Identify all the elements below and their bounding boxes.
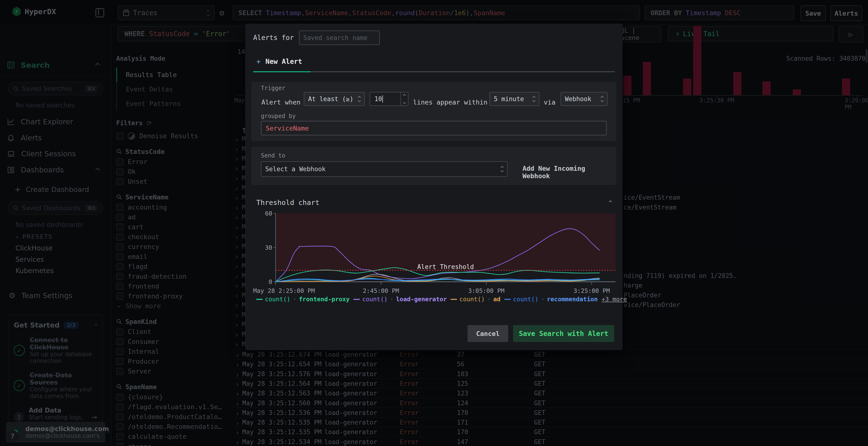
hyperdx-app: ⚡ HyperDX Traces ⚙ SELECT Timestamp,Serv… xyxy=(0,0,868,446)
x-tick-label: 3:25:00 PM xyxy=(574,287,610,294)
tab-underline-active xyxy=(253,71,311,72)
add-webhook-link[interactable]: Add New Incoming Webhook xyxy=(523,165,616,180)
name-placeholder: Saved search name xyxy=(303,34,368,41)
legend-group: load-generator xyxy=(396,296,447,303)
legend-dash-icon xyxy=(353,299,360,300)
send-to-panel: Send to Select a Webhook Add New Incomin… xyxy=(251,147,616,185)
legend-sep: · xyxy=(293,296,296,303)
legend-dash-icon xyxy=(504,299,511,300)
legend-item[interactable]: count()·load-generator xyxy=(353,296,447,303)
updown-chevron-icon xyxy=(601,96,603,102)
trigger-label: Trigger xyxy=(261,85,285,92)
saved-search-name-input[interactable]: Saved search name xyxy=(299,31,380,45)
x-tick-label: May 28 2:25:00 PM xyxy=(253,287,315,294)
legend-dash-icon xyxy=(451,299,457,300)
window-select[interactable]: 5 minute xyxy=(490,92,539,106)
legend-item[interactable]: count()·recommendation xyxy=(504,296,598,303)
alert-threshold-label: Alert Threshold xyxy=(417,263,474,270)
y-tick-label: 0 xyxy=(269,278,272,285)
threshold-op-select[interactable]: At least (≥) xyxy=(304,92,365,106)
threshold-chart-title: Threshold chart xyxy=(256,199,319,207)
x-tick-label: 3:05:00 PM xyxy=(468,287,505,294)
legend-metric: count() xyxy=(362,296,388,303)
tab-new-alert[interactable]: + New Alert xyxy=(256,57,302,66)
updown-chevron-icon xyxy=(533,96,535,102)
trigger-panel: Trigger Alert when At least (≥) 10 lines… xyxy=(251,82,616,141)
legend-more-link[interactable]: +3 more xyxy=(601,296,627,303)
updown-chevron-icon xyxy=(358,96,361,102)
via-label: via xyxy=(544,95,556,109)
lines-appear-label: lines appear within xyxy=(413,95,488,109)
dialog-title: Alerts for xyxy=(253,34,294,42)
stepper[interactable] xyxy=(401,93,408,105)
plus-icon: + xyxy=(256,57,261,66)
cancel-button[interactable]: Cancel xyxy=(467,325,508,342)
updown-chevron-icon xyxy=(501,166,503,172)
webhook-select[interactable]: Select a Webhook xyxy=(261,161,507,177)
alert-danger-zone xyxy=(276,213,616,270)
send-to-label: Send to xyxy=(261,152,285,159)
legend-sep: · xyxy=(390,296,394,303)
legend-dash-icon xyxy=(256,299,262,300)
legend-sep: · xyxy=(487,296,491,303)
legend-item[interactable]: count()·ad xyxy=(451,296,500,303)
collapse-chart-icon[interactable] xyxy=(609,200,612,204)
legend-metric: count() xyxy=(265,296,290,303)
x-tick-label: 2:45:00 PM xyxy=(363,287,399,294)
tab-label: New Alert xyxy=(266,58,302,66)
save-search-with-alert-button[interactable]: Save Search with Alert xyxy=(513,325,614,342)
y-tick-label: 60 xyxy=(265,210,272,217)
grouped-by-input[interactable]: ServiceName xyxy=(261,121,607,135)
text-cursor xyxy=(382,95,383,103)
alert-when-label: Alert when xyxy=(261,95,301,109)
grouped-by-value: ServiceName xyxy=(266,125,309,132)
legend-metric: count() xyxy=(513,296,538,303)
y-tick-label: 30 xyxy=(265,244,272,251)
threshold-value-input[interactable]: 10 xyxy=(370,92,408,106)
alert-dialog: Alerts for Saved search name + New Alert… xyxy=(245,24,623,350)
legend-group: recommendation xyxy=(547,296,598,303)
legend-metric: count() xyxy=(459,296,485,303)
grouped-by-label: grouped by xyxy=(261,113,296,119)
chart-legend: count()·frontend-proxycount()·load-gener… xyxy=(256,296,613,303)
legend-sep: · xyxy=(541,296,545,303)
legend-group: ad xyxy=(493,296,500,303)
legend-item[interactable]: count()·frontend-proxy xyxy=(256,296,350,303)
channel-select[interactable]: Webhook xyxy=(561,92,608,106)
legend-group: frontend-proxy xyxy=(299,296,350,303)
